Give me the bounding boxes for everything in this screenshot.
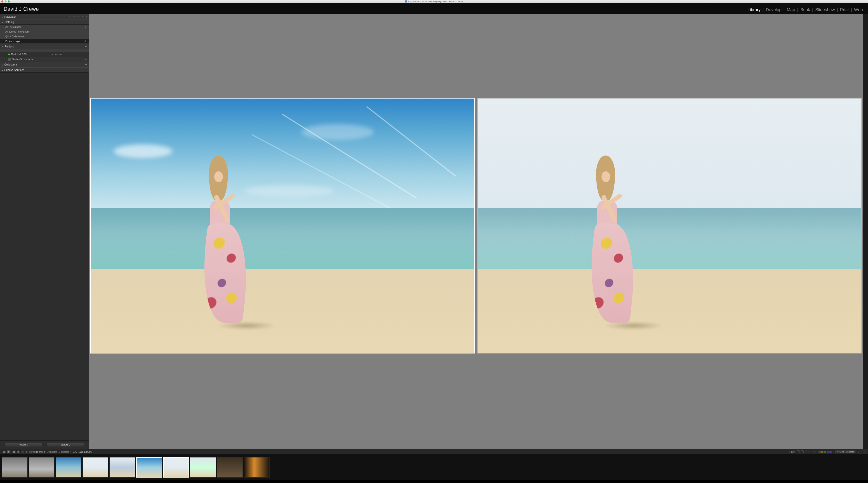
thumb[interactable]: 10: [244, 457, 270, 478]
identity-plate: David J Crewe: [4, 6, 39, 12]
thumb[interactable]: 2: [29, 457, 55, 478]
export-button[interactable]: Export...: [46, 442, 84, 447]
left-panel-group: ▶Navigator FIT FILL 1:1 3:1 ‹› ▼Catalog: [0, 14, 89, 449]
thumb[interactable]: 5: [110, 457, 135, 478]
view-secondary-icon[interactable]: 2: [6, 450, 10, 453]
filter-switch-icon[interactable]: ●: [864, 450, 866, 453]
module-slideshow[interactable]: Slideshow: [813, 7, 837, 12]
filter-color-yellow[interactable]: [821, 451, 824, 453]
disk-status-icon: [8, 54, 10, 55]
subject-figure: [585, 156, 626, 325]
thumb-selected[interactable]: 6: [136, 457, 162, 478]
lr-top-header: David J Crewe Library| Develop| Map| Boo…: [0, 3, 868, 14]
thumb[interactable]: 1: [2, 457, 28, 478]
chevron-down-icon[interactable]: ‹›: [86, 15, 87, 18]
catalog-item-quick-collection[interactable]: Quick Collection +: [0, 34, 89, 39]
breadcrumb-source[interactable]: Previous Import: [29, 451, 45, 453]
zoom-icon[interactable]: [8, 0, 10, 2]
import-button[interactable]: Import...: [4, 442, 42, 447]
nav-mode-1to1[interactable]: 1:1: [78, 15, 80, 18]
panel-navigator-header[interactable]: ▶Navigator FIT FILL 1:1 3:1 ‹›: [0, 14, 89, 19]
module-book[interactable]: Book: [798, 7, 812, 12]
grid-view-icon[interactable]: ▦: [12, 450, 16, 453]
folder-volume[interactable]: ▼Macintosh SSD 107 / 465 GB ▾: [0, 52, 89, 57]
filter-color-purple[interactable]: [829, 451, 832, 453]
breadcrumb-stats: 10 photos / 2 selected /: [47, 451, 70, 453]
folder-item[interactable]: Skylum Screenshots 10: [0, 57, 89, 62]
compare-image-left[interactable]: [90, 98, 475, 353]
folders-title: Folders: [5, 45, 14, 48]
filter-color-red[interactable]: [818, 451, 821, 453]
panel-collections-header[interactable]: ▶Collections +: [0, 62, 89, 67]
module-develop[interactable]: Develop: [764, 7, 784, 12]
panel-folders-header[interactable]: ▼Folders +: [0, 44, 89, 49]
publish-title: Publish Services: [4, 68, 24, 72]
nav-mode-3to1[interactable]: 3:1: [82, 15, 84, 18]
collections-title: Collections: [4, 63, 18, 66]
add-collection-icon[interactable]: +: [85, 63, 87, 66]
filter-flag-reject-icon[interactable]: [801, 450, 804, 453]
subject-figure: [198, 156, 239, 325]
nav-mode-fit[interactable]: FIT: [69, 15, 71, 18]
breadcrumb-filename[interactable]: DJC_1015-Edit.tif ▾: [73, 451, 92, 453]
bottom-resize-bar[interactable]: [0, 480, 868, 483]
catalog-item-all-synced[interactable]: All Synced Photographs: [0, 29, 89, 34]
module-library[interactable]: Library: [745, 7, 763, 12]
thumb[interactable]: 9: [217, 457, 243, 478]
add-folder-icon[interactable]: +: [85, 45, 87, 48]
filter-color-green[interactable]: [824, 451, 826, 453]
filter-rating[interactable]: ★ ★ ★ ★ ★: [805, 451, 817, 453]
compare-view: [89, 98, 863, 353]
catalog-item-previous-import[interactable]: Previous Import10: [0, 39, 89, 44]
compare-image-right[interactable]: [477, 98, 862, 353]
close-icon[interactable]: [1, 0, 3, 2]
thumb[interactable]: 4: [83, 457, 108, 478]
right-panel-collapsed[interactable]: [863, 14, 868, 449]
macos-titlebar: Skylum.lrcat – Adobe Photoshop Lightroom…: [0, 0, 868, 3]
catalog-title: Catalog: [5, 21, 14, 24]
filmstrip[interactable]: 1 2 3 4 5 6 7 8 9 10: [0, 454, 868, 480]
module-print[interactable]: Print: [838, 7, 851, 12]
filter-color-blue[interactable]: [827, 451, 829, 453]
module-picker: Library| Develop| Map| Book| Slideshow| …: [745, 7, 865, 12]
add-publish-icon[interactable]: +: [85, 68, 87, 72]
loupe-view-icon[interactable]: ◻: [16, 450, 20, 453]
view-main-icon[interactable]: ▣: [2, 450, 6, 453]
module-map[interactable]: Map: [785, 7, 797, 12]
filter-source-pill[interactable]: All LRTs Full Setup: [835, 450, 856, 453]
arrow-icon[interactable]: ➤: [20, 450, 24, 453]
filter-lock-icon[interactable]: ⋮⋮: [857, 450, 862, 453]
thumb[interactable]: 8: [190, 457, 216, 478]
thumb-selected[interactable]: 7: [163, 457, 189, 478]
filter-label: Filter:: [789, 451, 795, 453]
navigator-title: Navigator: [4, 15, 16, 18]
minimize-icon[interactable]: [4, 0, 6, 2]
main-view-area: [89, 14, 863, 449]
thumb[interactable]: 3: [56, 457, 81, 478]
filmstrip-toolbar: ▣ 2 ▦ ◻ ➤ | Previous Import 10 photos / …: [0, 449, 868, 454]
folder-icon: [8, 58, 11, 61]
filter-flag-pick-icon[interactable]: [797, 450, 800, 453]
window-title: Skylum.lrcat – Adobe Photoshop Lightroom…: [408, 0, 463, 3]
module-web[interactable]: Web: [852, 7, 865, 12]
document-icon: [405, 0, 407, 2]
filmstrip-area: ▣ 2 ▦ ◻ ➤ | Previous Import 10 photos / …: [0, 449, 868, 483]
catalog-item-all-photographs[interactable]: All Photographs6: [0, 25, 89, 29]
panel-publish-header[interactable]: ▶Publish Services +: [0, 67, 89, 72]
chevron-down-icon[interactable]: ▾: [86, 53, 86, 55]
panel-catalog-header[interactable]: ▼Catalog: [0, 20, 89, 25]
nav-mode-fill[interactable]: FILL: [73, 15, 76, 18]
